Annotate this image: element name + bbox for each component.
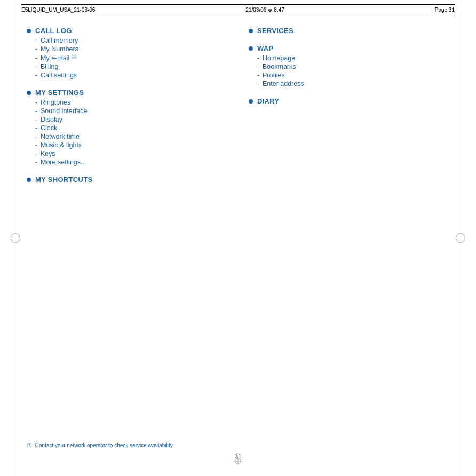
header-center-text: 21/03/06 8:47 bbox=[245, 7, 284, 13]
item-text: Enter address bbox=[263, 80, 304, 88]
dash: - bbox=[35, 37, 37, 44]
dash: - bbox=[35, 107, 37, 115]
section-title-diary: DIARY bbox=[257, 97, 279, 105]
section-my-settings: MY SETTINGS - Ringtones - Sound interfac… bbox=[27, 89, 227, 166]
reg-circle-right bbox=[456, 233, 465, 243]
item-text: Profiles bbox=[263, 72, 285, 79]
list-item: - Sound interface bbox=[35, 107, 227, 115]
section-my-shortcuts: MY SHORTCUTS bbox=[27, 176, 227, 184]
dash: - bbox=[35, 63, 37, 70]
item-text: Ringtones bbox=[41, 99, 70, 106]
list-item: - Keys bbox=[35, 150, 227, 157]
list-item: - Music & lights bbox=[35, 141, 227, 149]
list-item: - Enter address bbox=[257, 80, 449, 88]
bullet-dot-diary bbox=[249, 99, 253, 104]
dash: - bbox=[35, 116, 37, 123]
dash: - bbox=[35, 158, 37, 166]
list-item: - Call settings bbox=[35, 72, 227, 79]
bullet-dot-my-settings bbox=[27, 91, 31, 95]
item-text: Homepage bbox=[263, 54, 295, 62]
right-column: SERVICES WAP - Homepage - Bookmarks bbox=[238, 27, 449, 444]
bullet-dot-services bbox=[249, 29, 253, 33]
footnote-text: Contact your network operator to check s… bbox=[35, 442, 174, 448]
bullet-dot-wap bbox=[249, 46, 253, 51]
section-title-wap: WAP bbox=[257, 44, 274, 52]
my-settings-items: - Ringtones - Sound interface - Display … bbox=[35, 99, 227, 166]
section-services-header: SERVICES bbox=[249, 27, 449, 35]
footnote-number: (1) bbox=[27, 442, 32, 447]
dash: - bbox=[257, 54, 259, 62]
section-my-shortcuts-header: MY SHORTCUTS bbox=[27, 176, 227, 184]
item-text: My e-mail (1) bbox=[41, 54, 76, 62]
dash: - bbox=[35, 99, 37, 106]
left-column: CALL LOG - Call memory - My Numbers - My… bbox=[27, 27, 238, 444]
item-text: Bookmarks bbox=[263, 63, 296, 70]
list-item: - My Numbers bbox=[35, 45, 227, 53]
dash: - bbox=[257, 63, 259, 70]
item-text: Call settings bbox=[41, 72, 77, 79]
dash: - bbox=[35, 150, 37, 157]
dash: - bbox=[35, 141, 37, 149]
section-wap-header: WAP bbox=[249, 44, 449, 52]
dash: - bbox=[35, 72, 37, 79]
dash: - bbox=[35, 45, 37, 53]
wap-items: - Homepage - Bookmarks - Profiles - Ente… bbox=[257, 54, 449, 88]
dash: - bbox=[35, 133, 37, 140]
item-text: Display bbox=[41, 116, 62, 123]
dash: - bbox=[257, 72, 259, 79]
header-left-text: E5LIQUID_UM_USA_21-03-06 bbox=[21, 7, 95, 13]
superscript: (1) bbox=[72, 54, 77, 59]
call-log-items: - Call memory - My Numbers - My e-mail (… bbox=[35, 37, 227, 79]
section-title-my-settings: MY SETTINGS bbox=[35, 89, 84, 97]
footnote: (1) Contact your network operator to che… bbox=[27, 442, 449, 448]
section-diary: DIARY bbox=[249, 97, 449, 105]
header-right-text: Page 31 bbox=[435, 7, 455, 13]
list-item: - Profiles bbox=[257, 72, 449, 79]
section-call-log-header: CALL LOG bbox=[27, 27, 227, 35]
section-wap: WAP - Homepage - Bookmarks - Profiles bbox=[249, 44, 449, 88]
dash: - bbox=[35, 124, 37, 132]
list-item: - Network time bbox=[35, 133, 227, 140]
list-item: - Billing bbox=[35, 63, 227, 70]
item-text: Music & lights bbox=[41, 141, 82, 149]
item-text: Call memory bbox=[41, 37, 78, 44]
section-my-settings-header: MY SETTINGS bbox=[27, 89, 227, 97]
item-text: Clock bbox=[41, 124, 57, 132]
list-item: - Ringtones bbox=[35, 99, 227, 106]
list-item: - Homepage bbox=[257, 54, 449, 62]
item-text: My Numbers bbox=[41, 45, 78, 53]
item-text: More settings... bbox=[41, 158, 86, 166]
dash: - bbox=[257, 80, 259, 88]
list-item: - More settings... bbox=[35, 158, 227, 166]
bullet-dot-my-shortcuts bbox=[27, 178, 31, 182]
bullet-dot-call-log bbox=[27, 29, 31, 33]
item-text: Network time bbox=[41, 133, 80, 140]
page-container: E5LIQUID_UM_USA_21-03-06 21/03/06 8:47 P… bbox=[0, 0, 476, 476]
item-text: Sound interface bbox=[41, 107, 88, 115]
content-area: CALL LOG - Call memory - My Numbers - My… bbox=[27, 27, 449, 444]
header-bar: E5LIQUID_UM_USA_21-03-06 21/03/06 8:47 P… bbox=[21, 4, 455, 15]
dash: - bbox=[35, 54, 37, 62]
bottom-cross-mark bbox=[233, 456, 243, 469]
section-title-call-log: CALL LOG bbox=[35, 27, 72, 35]
reg-circle-left bbox=[11, 233, 20, 243]
list-item: - Bookmarks bbox=[257, 63, 449, 70]
section-call-log: CALL LOG - Call memory - My Numbers - My… bbox=[27, 27, 227, 79]
list-item: - Clock bbox=[35, 124, 227, 132]
list-item: - Display bbox=[35, 116, 227, 123]
section-services: SERVICES bbox=[249, 27, 449, 35]
section-diary-header: DIARY bbox=[249, 97, 449, 105]
list-item: - My e-mail (1) bbox=[35, 54, 227, 62]
item-text: Billing bbox=[41, 63, 58, 70]
section-title-services: SERVICES bbox=[257, 27, 293, 35]
list-item: - Call memory bbox=[35, 37, 227, 44]
item-text: Keys bbox=[41, 150, 55, 157]
section-title-my-shortcuts: MY SHORTCUTS bbox=[35, 176, 92, 184]
